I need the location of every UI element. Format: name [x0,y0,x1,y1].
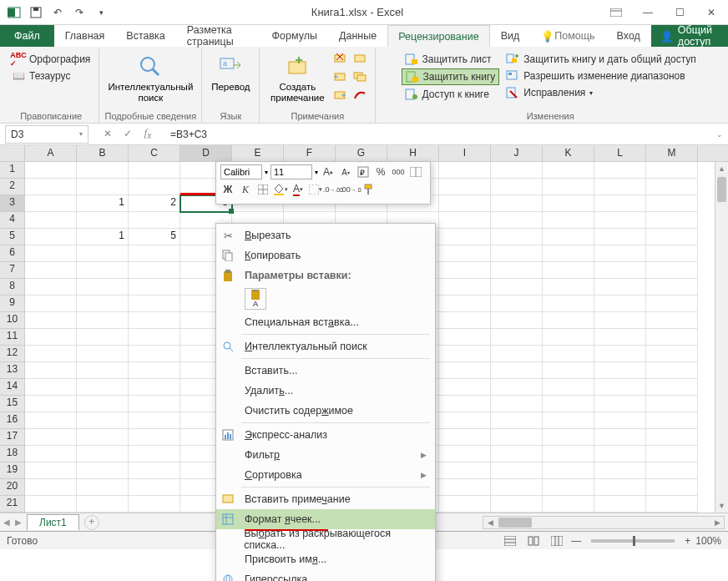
cell-L16[interactable] [594,412,646,429]
row-header-2[interactable]: 2 [0,179,25,195]
allow-ranges-button[interactable]: Разрешить изменение диапазонов [503,68,700,83]
cell-K15[interactable] [543,396,594,412]
show-ink-button[interactable] [353,88,370,105]
cell-K3[interactable] [543,195,594,212]
cell-C13[interactable] [129,362,180,379]
cell-B18[interactable] [77,446,129,462]
cell-J15[interactable] [491,396,543,412]
cell-J20[interactable] [491,479,543,496]
cell-C7[interactable] [129,262,180,279]
cell-M3[interactable] [646,195,698,212]
accounting-format-button[interactable]: ₽ [356,164,371,179]
cell-J6[interactable] [491,245,543,262]
cancel-formula-button[interactable]: ✕ [100,128,115,139]
cell-K5[interactable] [543,229,594,245]
cell-A15[interactable] [25,396,77,412]
cell-L1[interactable] [594,162,646,179]
cell-B10[interactable] [77,312,129,329]
tab-data[interactable]: Данные [328,25,387,47]
row-header-20[interactable]: 20 [0,479,25,496]
increase-decimal-button[interactable]: .0→.00 [326,182,341,197]
cell-C1[interactable] [129,162,180,179]
fill-color-button[interactable]: ▾ [273,182,288,197]
select-all-corner[interactable] [0,145,25,161]
ctx-cut[interactable]: ✂Вырезать [216,225,435,245]
row-header-4[interactable]: 4 [0,212,25,229]
cell-K9[interactable] [543,296,594,312]
cell-K21[interactable] [543,496,594,513]
redo-button[interactable]: ↷ [70,3,88,22]
row-header-1[interactable]: 1 [0,162,25,179]
cell-K6[interactable] [543,245,594,262]
ctx-filter[interactable]: Фильтр▶ [216,445,435,465]
cell-I17[interactable] [439,429,491,446]
cell-C16[interactable] [129,412,180,429]
tab-insert[interactable]: Вставка [115,25,175,47]
cell-I11[interactable] [439,329,491,346]
cell-M8[interactable] [646,279,698,296]
cell-J1[interactable] [491,162,543,179]
tab-login[interactable]: Вход [606,25,651,47]
cell-C21[interactable] [129,496,180,513]
protect-sheet-button[interactable]: Защитить лист [402,52,500,67]
protect-and-share-button[interactable]: Защитить книгу и дать общий доступ [503,52,700,67]
scroll-right-button[interactable]: ▶ [710,518,724,527]
font-color-button[interactable]: A▾ [291,182,306,197]
cell-M9[interactable] [646,296,698,312]
cell-M14[interactable] [646,379,698,396]
cell-C2[interactable] [129,179,180,195]
col-header-K[interactable]: K [543,145,594,161]
col-header-C[interactable]: C [129,145,180,161]
cell-B14[interactable] [77,379,129,396]
zoom-level[interactable]: 100% [695,535,721,547]
cell-K11[interactable] [543,329,594,346]
cell-J12[interactable] [491,346,543,362]
cell-I10[interactable] [439,312,491,329]
cell-I13[interactable] [439,362,491,379]
sheet-nav-next[interactable]: ▶ [15,518,22,527]
show-all-comments-button[interactable] [353,70,370,87]
ctx-insert[interactable]: Вставить... [216,361,435,381]
bold-button[interactable]: Ж [220,182,235,197]
cell-C5[interactable]: 5 [129,229,180,245]
cell-L20[interactable] [594,479,646,496]
cell-K8[interactable] [543,279,594,296]
cell-A14[interactable] [25,379,77,396]
cell-C20[interactable] [129,479,180,496]
cell-L14[interactable] [594,379,646,396]
cell-B3[interactable]: 1 [77,195,129,212]
cell-C11[interactable] [129,329,180,346]
cell-L17[interactable] [594,429,646,446]
cell-I8[interactable] [439,279,491,296]
col-header-B[interactable]: B [77,145,129,161]
col-header-F[interactable]: F [284,145,336,161]
row-header-13[interactable]: 13 [0,362,25,379]
row-header-8[interactable]: 8 [0,279,25,296]
cell-K10[interactable] [543,312,594,329]
cell-M6[interactable] [646,245,698,262]
row-header-15[interactable]: 15 [0,396,25,412]
cell-K14[interactable] [543,379,594,396]
track-changes-button[interactable]: Исправления ▾ [503,85,700,100]
cell-L5[interactable] [594,229,646,245]
cell-L19[interactable] [594,462,646,479]
cell-B19[interactable] [77,462,129,479]
row-header-5[interactable]: 5 [0,229,25,245]
cell-M2[interactable] [646,179,698,195]
cell-C6[interactable] [129,245,180,262]
tab-tell-me[interactable]: 💡 Помощь [530,25,605,47]
cell-A12[interactable] [25,346,77,362]
cell-K2[interactable] [543,179,594,195]
cell-J8[interactable] [491,279,543,296]
cell-C19[interactable] [129,462,180,479]
format-painter-button[interactable] [361,182,376,197]
italic-button[interactable]: К [238,182,253,197]
ctx-insert-comment[interactable]: Вставить примечание [216,489,435,509]
cell-L18[interactable] [594,446,646,462]
col-header-G[interactable]: G [336,145,387,161]
cell-I16[interactable] [439,412,491,429]
zoom-slider[interactable] [591,539,675,543]
sheet-tab[interactable]: Лист1 [27,514,79,530]
cell-A19[interactable] [25,462,77,479]
cell-B17[interactable] [77,429,129,446]
